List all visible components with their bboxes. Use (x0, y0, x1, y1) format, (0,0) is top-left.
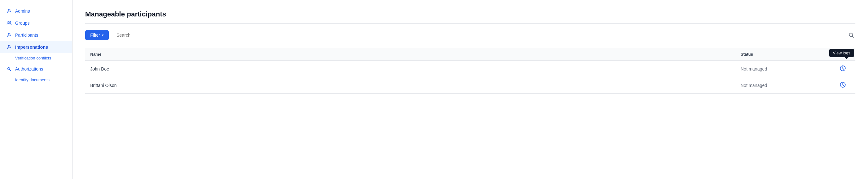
chevron-down-icon: ▾ (102, 33, 104, 37)
table-row: John DoeNot managedView logs (85, 61, 856, 77)
svg-point-5 (7, 68, 10, 70)
main-content: Manageable participants Filter ▾ Name St… (72, 0, 868, 179)
sidebar-subitem-label: Verification conflicts (15, 56, 51, 60)
sidebar-item-admins[interactable]: Admins (0, 5, 72, 17)
sidebar-subitem-label: Identity documents (15, 77, 50, 82)
col-header-name: Name (85, 48, 736, 61)
cell-action: View logs (830, 61, 856, 77)
sidebar-item-impersonations[interactable]: Impersonations (0, 41, 72, 53)
svg-line-7 (852, 36, 854, 37)
svg-point-4 (8, 45, 10, 47)
col-header-status: Status (736, 48, 830, 61)
table-row: Brittani OlsonNot managed (85, 77, 856, 94)
table-header-row: Name Status (85, 48, 856, 61)
divider (85, 23, 856, 24)
sidebar-item-authorizations[interactable]: Authorizations (0, 63, 72, 75)
sidebar-item-participants[interactable]: Participants (0, 29, 72, 41)
participants-table: Name Status John DoeNot managedView logs… (85, 48, 856, 94)
cell-name: Brittani Olson (85, 77, 736, 94)
sidebar-item-label: Participants (15, 32, 38, 37)
sidebar-item-groups[interactable]: Groups (0, 17, 72, 29)
search-icon (848, 32, 854, 38)
group-icon (6, 20, 12, 26)
filter-label: Filter (90, 32, 100, 37)
sidebar-item-label: Impersonations (15, 45, 48, 50)
svg-point-0 (8, 9, 10, 11)
sidebar-subitem-identity-documents[interactable]: Identity documents (0, 75, 72, 85)
search-input[interactable] (113, 30, 843, 40)
sidebar-item-label: Authorizations (15, 67, 43, 72)
svg-point-1 (8, 22, 9, 23)
page-title: Manageable participants (85, 10, 856, 18)
person-icon (6, 8, 12, 14)
search-button[interactable] (847, 31, 856, 39)
toolbar: Filter ▾ (85, 30, 856, 40)
col-header-action (830, 48, 856, 61)
sidebar: Admins Groups Participants (0, 0, 72, 179)
svg-point-3 (8, 33, 10, 35)
cell-action (830, 77, 856, 94)
cell-status: Not managed (736, 77, 830, 94)
clock-icon (840, 65, 846, 72)
participants-icon (6, 32, 12, 38)
svg-point-2 (10, 22, 11, 23)
cell-status: Not managed (736, 61, 830, 77)
view-logs-button[interactable] (840, 65, 846, 72)
impersonation-icon (6, 44, 12, 50)
svg-point-6 (849, 33, 853, 37)
view-logs-button[interactable] (840, 82, 846, 88)
key-icon (6, 66, 12, 72)
filter-button[interactable]: Filter ▾ (85, 30, 109, 40)
sidebar-item-label: Admins (15, 8, 30, 14)
sidebar-subitem-verification-conflicts[interactable]: Verification conflicts (0, 53, 72, 63)
clock-icon (840, 82, 846, 88)
sidebar-item-label: Groups (15, 21, 30, 26)
cell-name: John Doe (85, 61, 736, 77)
